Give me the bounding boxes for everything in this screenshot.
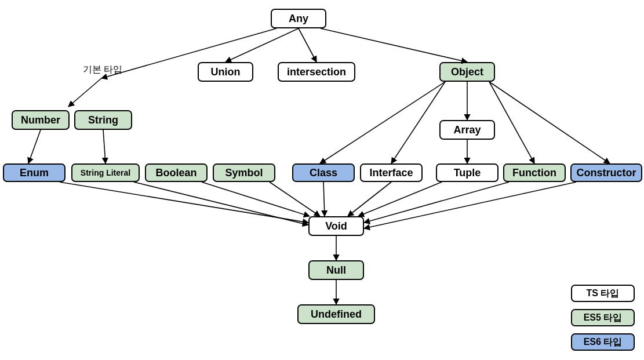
node-tuple: Tuple: [436, 163, 499, 182]
node-union: Union: [198, 62, 253, 82]
legend-es5: ES5 타입: [571, 309, 635, 326]
node-enum: Enum: [3, 163, 66, 182]
svg-line-1: [225, 28, 299, 62]
node-constructor: Constructor: [570, 163, 642, 182]
node-void: Void: [308, 216, 364, 236]
legend-es6: ES6 타입: [571, 333, 635, 351]
node-number: Number: [12, 110, 70, 130]
node-undefined: Undefined: [297, 304, 375, 324]
legend: TS 타입 ES5 타입 ES6 타입: [571, 285, 635, 351]
svg-line-18: [348, 182, 391, 216]
svg-line-13: [60, 182, 308, 223]
node-interface: Interface: [360, 163, 423, 182]
svg-line-8: [320, 82, 445, 163]
svg-line-9: [391, 82, 445, 163]
node-any: Any: [271, 9, 326, 28]
node-string: String: [74, 110, 132, 130]
legend-ts: TS 타입: [571, 285, 635, 302]
svg-line-6: [103, 130, 105, 163]
label-basic-type: 기본 타입: [83, 64, 122, 76]
svg-line-20: [364, 182, 509, 223]
svg-line-11: [489, 82, 610, 163]
node-array: Array: [439, 120, 495, 140]
svg-line-19: [358, 182, 442, 216]
node-null: Null: [308, 260, 364, 280]
node-function: Function: [503, 163, 566, 182]
node-symbol: Symbol: [213, 163, 275, 182]
svg-line-15: [202, 182, 310, 216]
node-stringlit: String Literal: [71, 163, 140, 182]
svg-line-16: [270, 182, 320, 216]
svg-line-2: [299, 28, 316, 62]
node-intersection: intersection: [278, 62, 355, 82]
svg-line-10: [489, 82, 534, 163]
svg-line-17: [323, 182, 325, 216]
svg-line-21: [364, 182, 576, 228]
node-object: Object: [439, 62, 495, 82]
node-boolean: Boolean: [145, 163, 208, 182]
svg-line-3: [321, 28, 467, 62]
node-class: Class: [292, 163, 355, 182]
svg-line-5: [28, 130, 41, 163]
svg-line-14: [134, 182, 308, 225]
svg-line-4: [68, 78, 101, 107]
